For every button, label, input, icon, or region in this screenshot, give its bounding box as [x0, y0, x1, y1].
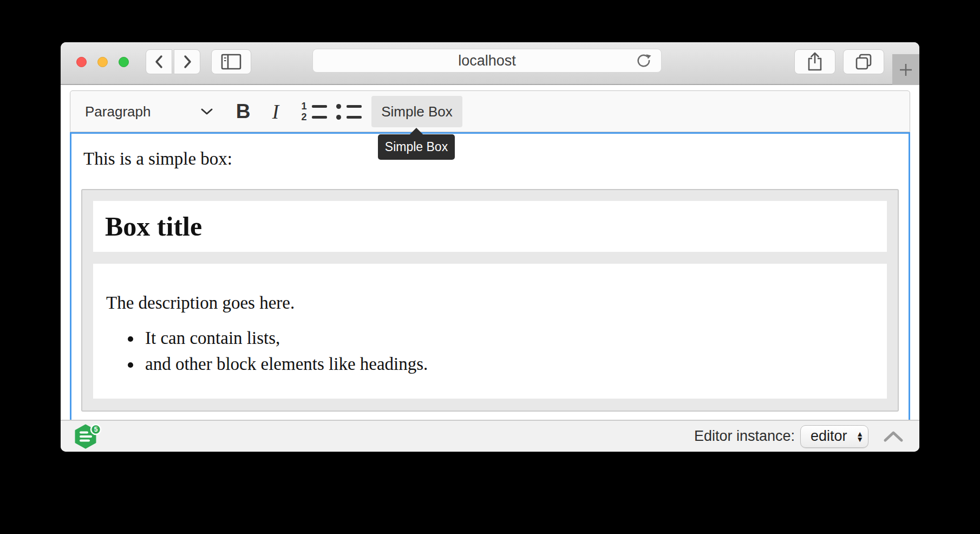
- tooltip-caret: [409, 128, 423, 135]
- sidebar-toggle-button[interactable]: [211, 49, 251, 74]
- forward-button[interactable]: [174, 49, 200, 74]
- box-bullet-list: It can contain lists, and other block el…: [106, 327, 874, 376]
- numbered-list-icon: 1 2: [300, 103, 327, 120]
- numbered-list-button[interactable]: 1 2: [299, 96, 328, 127]
- share-button[interactable]: [794, 49, 835, 74]
- tabs-overview-icon: [854, 52, 873, 71]
- italic-icon: I: [272, 100, 279, 123]
- ckeditor-logo[interactable]: 5: [74, 424, 104, 451]
- heading-dropdown[interactable]: Paragraph: [70, 91, 221, 132]
- zoom-window-button[interactable]: [119, 57, 129, 67]
- inspector-footer-bar: 5 Editor instance: editor ▲▼: [61, 420, 919, 452]
- simple-box-title-field[interactable]: Box title: [93, 201, 887, 252]
- simple-box-widget[interactable]: Box title The description goes here. It …: [81, 189, 899, 412]
- share-icon: [806, 51, 824, 72]
- web-page: Paragraph B I 1 2: [61, 85, 919, 420]
- bulleted-list-button[interactable]: [334, 96, 362, 127]
- simple-box-tooltip: Simple Box: [378, 134, 455, 160]
- editor-toolbar: Paragraph B I 1 2: [70, 90, 910, 132]
- intro-paragraph: This is a simple box:: [83, 147, 909, 171]
- footer-controls: Editor instance: editor ▲▼: [694, 421, 904, 452]
- editor-instance-select-value: editor: [811, 428, 847, 445]
- select-stepper-icon: ▲▼: [856, 431, 864, 442]
- bulleted-list-icon: [335, 103, 362, 120]
- bold-icon: B: [236, 100, 251, 123]
- italic-button[interactable]: I: [262, 96, 290, 127]
- chevron-left-icon: [153, 54, 165, 69]
- simple-box-button-label: Simple Box: [381, 103, 453, 120]
- editor-editable-area[interactable]: This is a simple box: Box title The desc…: [70, 132, 910, 420]
- list-item: It can contain lists,: [142, 327, 874, 349]
- editor-instance-select[interactable]: editor ▲▼: [800, 425, 868, 448]
- box-title-text: Box title: [105, 211, 202, 242]
- chevron-down-icon: [200, 108, 213, 115]
- tooltip-text: Simple Box: [385, 140, 448, 154]
- browser-window: localhost: [61, 42, 919, 452]
- back-button[interactable]: [146, 49, 172, 74]
- sidebar-icon: [220, 53, 242, 70]
- browser-titlebar: localhost: [61, 42, 919, 85]
- expand-inspector-button[interactable]: [883, 430, 904, 443]
- address-bar[interactable]: localhost: [312, 49, 662, 73]
- url-text: localhost: [458, 53, 516, 69]
- editor-instance-label: Editor instance:: [694, 428, 795, 445]
- minimize-window-button[interactable]: [97, 57, 108, 67]
- badge-count: 5: [94, 426, 98, 433]
- show-tabs-button[interactable]: [843, 49, 884, 74]
- chevron-right-icon: [181, 54, 193, 69]
- plus-icon: [898, 62, 914, 78]
- refresh-icon[interactable]: [635, 53, 654, 71]
- close-window-button[interactable]: [76, 57, 87, 67]
- bold-button[interactable]: B: [229, 96, 257, 127]
- list-item: and other block elements like headings.: [142, 353, 874, 375]
- new-tab-button[interactable]: [892, 54, 919, 85]
- desktop-background: localhost: [0, 0, 980, 534]
- box-description-text: The description goes here.: [106, 292, 874, 314]
- simple-box-button[interactable]: Simple Box: [371, 96, 462, 127]
- simple-box-description-field[interactable]: The description goes here. It can contai…: [93, 264, 887, 399]
- heading-dropdown-value: Paragraph: [85, 103, 151, 120]
